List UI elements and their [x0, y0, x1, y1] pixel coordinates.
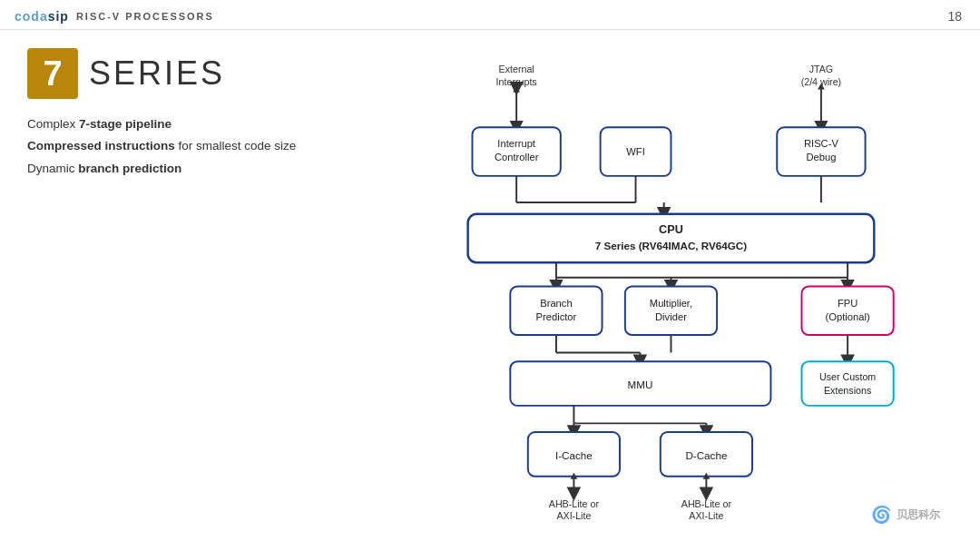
main-content: 7 SERIES Complex 7-stage pipeline Compre… — [0, 30, 980, 543]
svg-text:User Custom: User Custom — [819, 371, 876, 382]
svg-text:Branch: Branch — [540, 298, 572, 309]
svg-text:Predictor: Predictor — [536, 311, 577, 322]
svg-text:FPU: FPU — [838, 298, 858, 309]
header-subtitle: RISC-V PROCESSORS — [76, 11, 214, 22]
ahb-left-label: AHB-Lite or — [549, 498, 600, 509]
codasip-logo: codasip — [15, 9, 69, 24]
desc-line2: Compressed instructions for smallest cod… — [27, 135, 336, 157]
svg-text:(Optional): (Optional) — [826, 311, 870, 322]
fpu-box — [802, 287, 894, 336]
svg-text:7 Series (RV64IMAC, RV64GC): 7 Series (RV64IMAC, RV64GC) — [595, 240, 747, 251]
header-left: codasip RISC-V PROCESSORS — [15, 9, 214, 24]
series-title: SERIES — [89, 54, 225, 93]
header: codasip RISC-V PROCESSORS 18 — [0, 0, 980, 30]
desc-line3-plain: Dynamic — [27, 162, 78, 175]
desc-line2-bold: Compressed instructions — [27, 139, 175, 153]
svg-text:Divider: Divider — [655, 311, 687, 322]
svg-text:Debug: Debug — [806, 152, 836, 162]
svg-text:CPU: CPU — [659, 223, 683, 236]
svg-text:WFI: WFI — [626, 146, 645, 157]
desc-line1-plain: Complex — [27, 117, 79, 131]
series-number: 7 — [27, 48, 78, 99]
left-panel: 7 SERIES Complex 7-stage pipeline Compre… — [18, 39, 345, 534]
svg-text:Multiplier,: Multiplier, — [650, 298, 692, 309]
svg-text:Interrupt: Interrupt — [497, 138, 536, 149]
svg-text:I-Cache: I-Cache — [555, 449, 593, 461]
series-badge: 7 SERIES — [27, 48, 336, 99]
svg-text:RISC-V: RISC-V — [804, 138, 838, 149]
svg-text:Extensions: Extensions — [824, 385, 871, 396]
svg-text:MMU: MMU — [627, 379, 652, 390]
branch-predictor-box — [510, 287, 602, 336]
desc-line1: Complex 7-stage pipeline — [27, 113, 336, 135]
description: Complex 7-stage pipeline Compressed inst… — [27, 113, 336, 180]
svg-text:D-Cache: D-Cache — [685, 449, 727, 461]
diagram-svg: External Interrupts JTAG (2/4 wire) Inte… — [345, 39, 962, 534]
svg-text:AXI-Lite: AXI-Lite — [556, 510, 591, 521]
desc-line3-bold: branch prediction — [78, 162, 181, 175]
watermark: 🌀 贝思科尔 — [871, 505, 940, 525]
page-number: 18 — [947, 9, 962, 24]
desc-line3: Dynamic branch prediction — [27, 158, 336, 180]
multiplier-divider-box — [625, 287, 717, 336]
watermark-text: 贝思科尔 — [897, 507, 940, 523]
watermark-icon: 🌀 — [871, 505, 891, 525]
desc-line1-bold: 7-stage pipeline — [79, 117, 172, 131]
svg-text:Interrupts: Interrupts — [496, 76, 537, 87]
right-panel: External Interrupts JTAG (2/4 wire) Inte… — [345, 39, 962, 534]
cpu-box — [468, 214, 875, 263]
desc-line2-plain: for smallest code size — [175, 139, 297, 153]
svg-text:AXI-Lite: AXI-Lite — [689, 510, 723, 521]
ahb-right-label: AHB-Lite or — [681, 498, 732, 509]
external-interrupts-label: External — [499, 64, 534, 74]
jtag-label: JTAG — [809, 64, 834, 74]
user-custom-box — [802, 361, 894, 406]
svg-text:Controller: Controller — [495, 152, 539, 162]
